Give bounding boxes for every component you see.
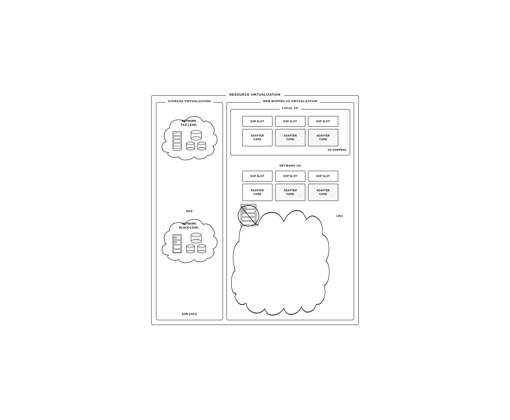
network-io-adapters-row: ADAPTER CARD ADAPTER CARD ADAPTER CARD (236, 184, 345, 201)
ipci-label: i-PCI (336, 215, 343, 218)
local-exp-slot-3: EXP SLOT (308, 116, 338, 127)
network-io-region: NETWORK I/O EXP SLOT EXP SLOT EXP SLOT (230, 159, 350, 316)
svg-point-11 (191, 137, 201, 140)
local-io-adapters-row: ADAPTER CARD ADAPTER CARD ADAPTER CARD (234, 129, 346, 146)
local-adapter-card-3: ADAPTER CARD (308, 129, 338, 146)
nas-label: NAS (160, 210, 219, 213)
network-io-bottom-row: i-PCI (236, 203, 345, 229)
local-adapter-label-3: ADAPTER CARD (317, 134, 330, 141)
svg-rect-57 (242, 221, 255, 225)
local-adapter-card-2: ADAPTER CARD (275, 129, 305, 146)
no-server-icon (238, 203, 261, 229)
main-layout: STORAGE VIRTUALIZATION NETWORKFILE-LEVEL (156, 102, 354, 320)
db-cylinder-1 (190, 130, 202, 141)
local-adapter-label-2: ADAPTER CARD (284, 134, 297, 141)
svg-rect-31 (174, 249, 181, 253)
svg-rect-30 (174, 245, 181, 249)
svg-rect-3 (174, 140, 181, 142)
local-exp-slot-2: EXP SLOT (275, 116, 305, 127)
svg-rect-1 (174, 133, 181, 135)
network-io-title: NETWORK I/O (236, 164, 345, 167)
nas-server-icon (171, 131, 183, 150)
network-adapter-card-2: ADAPTER CARD (275, 184, 305, 201)
right-panel-title: MEM-MAPPED I/O VIRTUALIZATION (260, 99, 320, 103)
pci-express-label: PCI EXPRESS (234, 149, 346, 151)
nas-cloud-label: NETWORKFILE-LEVEL (181, 119, 197, 127)
san-db-cylinder-3 (197, 244, 207, 253)
network-exp-slot-3: EXP SLOT (308, 171, 338, 181)
network-adapter-card-1: ADAPTER CARD (242, 184, 273, 201)
network-adapter-label-3: ADAPTER CARD (317, 189, 330, 196)
svg-rect-2 (174, 136, 181, 139)
san-cloud-region: NETWORKBLOCK-LEVEL (160, 216, 219, 315)
local-io-box: LOCAL I/O EXP SLOT EXP SLOT EXP SLOT (230, 109, 350, 155)
san-db-pair (186, 244, 207, 253)
svg-point-43 (186, 250, 195, 253)
local-exp-slot-1: EXP SLOT (242, 116, 273, 127)
local-adapter-card-1: ADAPTER CARD (242, 129, 273, 146)
svg-rect-56 (242, 218, 255, 220)
local-io-title: LOCAL I/O (280, 106, 301, 110)
san-server-icon (171, 234, 183, 253)
svg-point-23 (198, 148, 206, 150)
left-panel: STORAGE VIRTUALIZATION NETWORKFILE-LEVEL (156, 102, 223, 320)
network-exp-slot-1: EXP SLOT (242, 171, 273, 181)
san-db-cylinder-2 (186, 244, 195, 253)
san-icons-row (171, 232, 207, 253)
outer-container: RESOURCE VIRTUALIZATION STORAGE VIRTUALI… (151, 95, 359, 325)
network-adapter-label-1: ADAPTER CARD (251, 189, 264, 196)
main-title: RESOURCE VIRTUALIZATION (226, 93, 284, 96)
network-adapter-label-2: ADAPTER CARD (284, 189, 297, 196)
network-exp-slot-2: EXP SLOT (275, 171, 305, 181)
svg-point-17 (186, 148, 195, 150)
nas-icons-row (171, 130, 207, 150)
san-db-cylinder-1 (190, 232, 202, 243)
svg-point-49 (198, 250, 206, 253)
svg-point-37 (191, 240, 201, 243)
nas-db-pair (186, 142, 207, 150)
db-cylinder-3 (197, 142, 207, 150)
svg-rect-27 (175, 237, 177, 239)
left-panel-title: STORAGE VIRTUALIZATION (165, 99, 213, 103)
network-io-content: NETWORK I/O EXP SLOT EXP SLOT EXP SLOT (230, 159, 350, 232)
network-adapter-card-3: ADAPTER CARD (308, 184, 338, 201)
db-cylinder-2 (186, 142, 195, 150)
right-panel: MEM-MAPPED I/O VIRTUALIZATION LOCAL I/O … (226, 102, 354, 320)
nas-cloud-region: NETWORKFILE-LEVEL (160, 113, 219, 213)
svg-rect-29 (175, 241, 177, 243)
san-label: SAN (iSCI) (160, 312, 219, 315)
nas-db-group (186, 130, 207, 150)
san-db-group (186, 232, 207, 253)
san-cloud-label: NETWORKBLOCK-LEVEL (179, 222, 199, 230)
local-adapter-label-1: ADAPTER CARD (251, 134, 264, 141)
network-io-slots-row: EXP SLOT EXP SLOT EXP SLOT (236, 171, 345, 181)
local-io-slots-row: EXP SLOT EXP SLOT EXP SLOT (234, 116, 346, 127)
